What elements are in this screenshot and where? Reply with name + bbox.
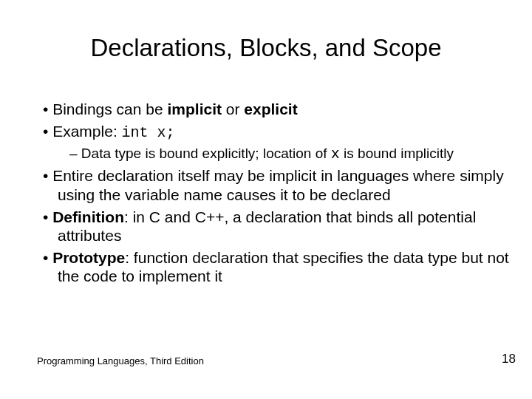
term-implicit: implicit [167,100,222,117]
text: or [222,100,244,117]
term-explicit: explicit [244,100,297,117]
bullet-definition: Definition: in C and C++, a declaration … [37,208,511,245]
slide: Declarations, Blocks, and Scope Bindings… [0,0,532,399]
term-definition: Definition [52,208,124,225]
bullet-bindings: Bindings can be implicit or explicit [37,100,511,119]
bullet-prototype: Prototype: function declaration that spe… [37,248,511,286]
bullet-implicit-declaration: Entire declaration itself may be implici… [37,166,511,204]
text: Bindings can be [52,100,167,117]
code-int-x: int x; [122,124,175,141]
text: Data type is bound explicitly; location … [81,146,331,161]
bullet-example: Example: int x; [37,122,511,142]
term-prototype: Prototype [52,249,125,266]
slide-body: Bindings can be implicit or explicit Exa… [37,100,511,289]
slide-title: Declarations, Blocks, and Scope [0,34,532,62]
text: Example: [52,123,121,140]
text: : function declaration that specifies th… [58,249,509,285]
text: is bound implicitly [340,146,454,161]
code-x: x [331,146,340,163]
page-number: 18 [502,352,516,366]
footer-source: Programming Languages, Third Edition [37,355,204,366]
text: Entire declaration itself may be implici… [52,167,503,203]
subbullet-datatype: Data type is bound explicitly; location … [37,145,511,163]
